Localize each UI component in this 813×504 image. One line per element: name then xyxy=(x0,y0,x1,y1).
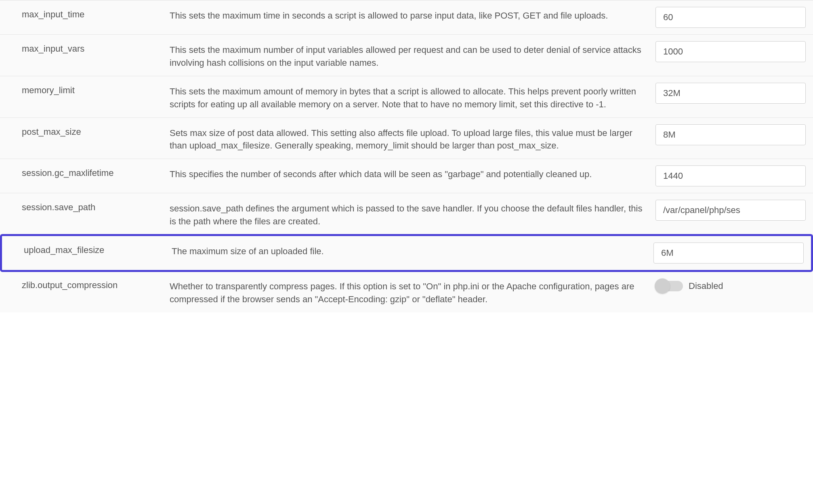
max-input-vars-input[interactable] xyxy=(655,41,806,62)
table-row: session.gc_maxlifetime This specifies th… xyxy=(0,159,813,193)
directive-description: session.save_path defines the argument w… xyxy=(170,200,655,228)
directive-value-cell xyxy=(655,83,813,104)
session-save-path-input[interactable] xyxy=(655,200,806,221)
directive-value-cell xyxy=(653,243,811,264)
directive-value-cell xyxy=(655,7,813,28)
directive-description: Sets max size of post data allowed. This… xyxy=(170,124,655,153)
directive-name: session.gc_maxlifetime xyxy=(0,165,170,178)
directive-name: memory_limit xyxy=(0,83,170,96)
directive-name: zlib.output_compression xyxy=(0,278,170,291)
table-row: session.save_path session.save_path defi… xyxy=(0,193,813,235)
directive-name: max_input_vars xyxy=(0,41,170,54)
directive-description: This sets the maximum number of input va… xyxy=(170,41,655,69)
session-gc-maxlifetime-input[interactable] xyxy=(655,165,806,186)
upload-max-filesize-input[interactable] xyxy=(653,243,804,264)
directive-value-cell: Disabled xyxy=(655,278,813,291)
directive-name: session.save_path xyxy=(0,200,170,213)
table-row-highlighted: upload_max_filesize The maximum size of … xyxy=(0,234,813,272)
directive-description: Whether to transparently compress pages.… xyxy=(170,278,655,306)
php-directives-table: max_input_time This sets the maximum tim… xyxy=(0,0,813,312)
post-max-size-input[interactable] xyxy=(655,124,806,145)
table-row: max_input_time This sets the maximum tim… xyxy=(0,0,813,35)
directive-name: max_input_time xyxy=(0,7,170,20)
zlib-output-compression-toggle[interactable] xyxy=(655,281,683,291)
directive-value-cell xyxy=(655,124,813,145)
directive-value-cell xyxy=(655,41,813,62)
table-row: memory_limit This sets the maximum amoun… xyxy=(0,76,813,118)
directive-description: The maximum size of an uploaded file. xyxy=(172,243,653,258)
directive-value-cell xyxy=(655,200,813,221)
table-row: post_max_size Sets max size of post data… xyxy=(0,118,813,159)
directive-description: This sets the maximum time in seconds a … xyxy=(170,7,655,22)
toggle-state-label: Disabled xyxy=(689,281,723,291)
directive-description: This specifies the number of seconds aft… xyxy=(170,165,655,181)
table-row: max_input_vars This sets the maximum num… xyxy=(0,35,813,76)
directive-name: post_max_size xyxy=(0,124,170,137)
max-input-time-input[interactable] xyxy=(655,7,806,28)
directive-description: This sets the maximum amount of memory i… xyxy=(170,83,655,111)
table-row: zlib.output_compression Whether to trans… xyxy=(0,271,813,312)
memory-limit-input[interactable] xyxy=(655,83,806,104)
directive-name: upload_max_filesize xyxy=(2,243,172,255)
directive-value-cell xyxy=(655,165,813,186)
